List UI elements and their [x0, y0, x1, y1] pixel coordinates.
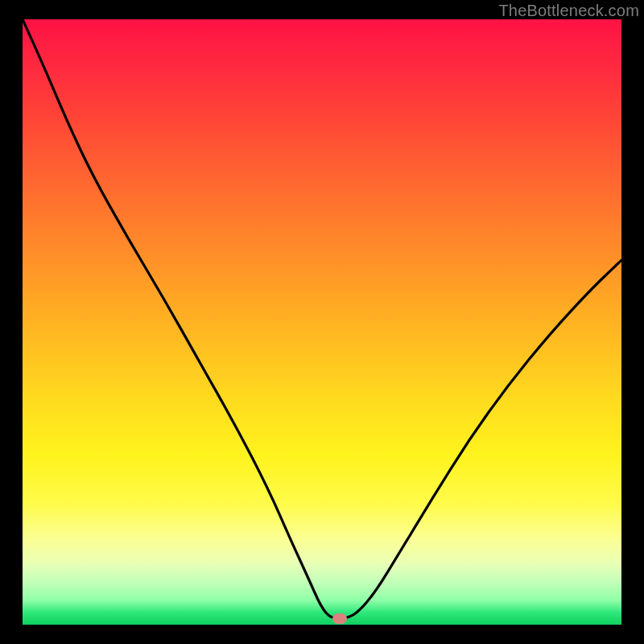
- plot-area: [23, 19, 621, 625]
- chart-frame: TheBottleneck.com: [0, 0, 644, 644]
- optimal-point-marker: [332, 613, 347, 624]
- watermark-text: TheBottleneck.com: [498, 2, 639, 20]
- bottleneck-curve: [23, 19, 621, 625]
